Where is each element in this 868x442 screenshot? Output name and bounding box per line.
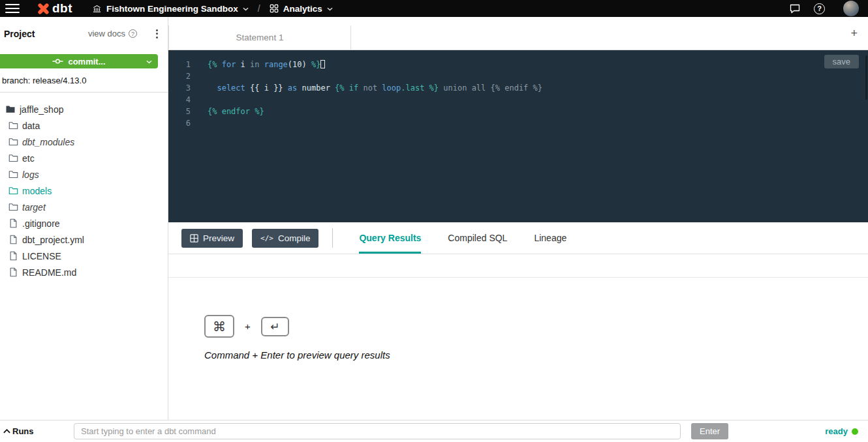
code-text[interactable]	[191, 70, 208, 82]
dbt-logo-text: dbt	[52, 1, 72, 16]
chat-icon[interactable]	[789, 3, 801, 14]
code-text[interactable]	[191, 94, 208, 106]
topbar-actions: ?	[789, 1, 859, 16]
runs-toggle[interactable]: Runs	[3, 426, 37, 436]
preview-button-label: Preview	[203, 233, 234, 243]
tree-item-jaffle-shop[interactable]: jaffle_shop	[0, 101, 168, 117]
file-icon	[8, 218, 18, 228]
code-line: 3 select {{ i }} as number {% if not loo…	[168, 82, 868, 94]
commit-button[interactable]: commit...	[0, 54, 158, 68]
results-tab-compiled-sql[interactable]: Compiled SQL	[448, 222, 507, 254]
dbt-logo-icon	[37, 2, 50, 16]
results-tab-lineage[interactable]: Lineage	[534, 222, 566, 254]
code-area: 1{% for i in range(10) %}23 select {{ i …	[168, 50, 868, 129]
tree-item-etc[interactable]: etc	[0, 150, 168, 166]
tree-item-dbt-project-yml[interactable]: dbt_project.yml	[0, 231, 168, 248]
tree-item-label: jaffle_shop	[20, 104, 63, 115]
chevron-down-icon	[243, 7, 249, 11]
line-number: 4	[168, 94, 191, 106]
dbt-cloud-ide: dbt Fishtown Engineering Sandbox / Analy…	[0, 0, 868, 442]
folder-icon	[8, 186, 18, 195]
line-number: 5	[168, 106, 191, 117]
project-sidebar: Project view docs ? commit... branch: re…	[0, 17, 168, 420]
status-indicator: ready	[825, 426, 858, 436]
code-text[interactable]	[191, 117, 208, 129]
line-number: 1	[168, 59, 191, 70]
view-docs-link[interactable]: view docs ?	[88, 29, 137, 38]
plus-separator: +	[245, 321, 251, 332]
tree-item-license[interactable]: LICENSE	[0, 248, 168, 264]
chevron-down-icon	[327, 7, 333, 11]
chevron-up-icon	[3, 429, 10, 434]
line-number: 6	[168, 117, 191, 129]
results-toolbar: Preview </> Compile Query ResultsCompile…	[168, 222, 868, 254]
tree-item-label: README.md	[22, 267, 76, 278]
git-commit-icon	[52, 57, 63, 65]
chevron-down-icon	[146, 60, 152, 64]
code-text[interactable]: {% for i in range(10) %}	[191, 59, 325, 70]
tree-item-label: .gitignore	[22, 218, 60, 229]
line-number: 3	[168, 82, 191, 94]
code-brackets-icon: </>	[260, 234, 273, 243]
table-grid-icon	[190, 234, 198, 243]
results-body: ⌘ + ↵ Command + Enter to preview query r…	[168, 278, 868, 361]
code-line: 2	[168, 70, 868, 82]
toolbar-divider	[332, 228, 333, 248]
tree-item-label: target	[22, 202, 46, 213]
results-panel: Preview </> Compile Query ResultsCompile…	[168, 222, 868, 420]
code-line: 5{% endfor %}	[168, 106, 868, 117]
grid-icon	[270, 4, 279, 13]
tree-item-gitignore[interactable]: .gitignore	[0, 215, 168, 231]
tree-item-dbt-modules[interactable]: dbt_modules	[0, 134, 168, 150]
project-name: Analytics	[283, 4, 322, 14]
kebab-menu-icon[interactable]	[153, 28, 161, 40]
preview-button[interactable]: Preview	[181, 229, 243, 248]
results-tab-query-results[interactable]: Query Results	[359, 222, 421, 254]
sidebar-header: Project view docs ?	[0, 17, 168, 50]
tree-item-label: models	[22, 186, 52, 196]
account-name: Fishtown Engineering Sandbox	[106, 4, 238, 14]
hamburger-menu-icon[interactable]	[5, 4, 20, 13]
code-text[interactable]: {% endfor %}	[191, 106, 264, 117]
code-text[interactable]: select {{ i }} as number {% if not loop.…	[191, 82, 542, 94]
tree-item-models[interactable]: models	[0, 183, 168, 199]
command-input[interactable]	[74, 423, 681, 439]
tree-item-label: dbt_project.yml	[22, 235, 84, 245]
shortcut-hint: Command + Enter to preview query results	[204, 349, 868, 361]
tree-item-target[interactable]: target	[0, 199, 168, 215]
avatar[interactable]	[843, 1, 859, 16]
tree-item-label: logs	[22, 169, 39, 180]
file-icon	[8, 267, 18, 277]
folder-icon	[8, 203, 18, 211]
account-switcher[interactable]: Fishtown Engineering Sandbox	[92, 4, 249, 14]
docs-circle-icon: ?	[129, 29, 137, 38]
enter-button[interactable]: Enter	[691, 423, 728, 439]
tree-item-logs[interactable]: logs	[0, 166, 168, 183]
help-icon[interactable]: ?	[814, 3, 825, 14]
enter-key-icon: ↵	[261, 317, 289, 336]
text-cursor	[320, 60, 325, 68]
runs-label: Runs	[12, 426, 34, 436]
tree-item-readme-md[interactable]: README.md	[0, 264, 168, 280]
code-line: 6	[168, 117, 868, 129]
dbt-logo[interactable]: dbt	[37, 1, 72, 16]
project-switcher[interactable]: Analytics	[270, 4, 333, 14]
editor-pane: Statement 1 + save 1{% for i in range(10…	[168, 17, 868, 420]
new-tab-button[interactable]: +	[840, 27, 868, 40]
tab-statement-1[interactable]: Statement 1	[168, 25, 351, 50]
compile-button[interactable]: </> Compile	[252, 229, 318, 248]
status-dot-icon	[852, 428, 858, 435]
status-bar: Runs Enter ready	[0, 420, 868, 442]
line-number: 2	[168, 70, 191, 82]
save-button[interactable]: save	[824, 55, 859, 68]
shortcut-keys: ⌘ + ↵	[204, 315, 868, 338]
tree-item-label: dbt_modules	[22, 137, 74, 147]
code-editor[interactable]: save 1{% for i in range(10) %}23 select …	[168, 50, 868, 222]
tree-item-data[interactable]: data	[0, 117, 168, 134]
status-label: ready	[825, 426, 848, 436]
tree-item-label: etc	[22, 153, 35, 164]
editor-scrollbar[interactable]	[865, 55, 867, 100]
file-icon	[8, 251, 18, 261]
tree-item-label: data	[22, 121, 40, 131]
tree-item-label: LICENSE	[22, 251, 61, 261]
